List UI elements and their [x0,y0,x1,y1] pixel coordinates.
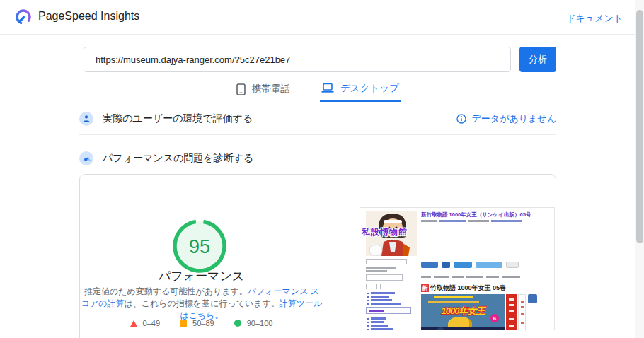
legend-range-average: 50–89 [192,319,214,327]
mini-link [367,296,389,298]
user-environment-icon [79,112,93,126]
legend-item-average: 50–89 [180,319,214,327]
mini-link [367,325,388,327]
performance-label: パフォーマンス [80,268,323,284]
legend-item-fail: 0–49 [130,319,160,327]
device-tabs: 携帯電話 デスクトップ [79,79,556,102]
page-scrollbar-track[interactable] [635,0,644,338]
cover-blue-square [528,294,537,303]
page-scrollbar-thumb[interactable] [636,10,643,243]
mini-link [367,292,395,294]
mini-search-box [366,274,403,281]
tab-desktop[interactable]: デスクトップ [320,79,401,102]
mini-divider [421,272,550,272]
analyze-button[interactable]: 分析 [519,47,556,72]
note-text-1: 推定値のため変動する可能性があります。 [84,286,248,296]
app-header: PageSpeed Insights ドキュメント [0,0,644,35]
mini-social-buttons [421,262,519,268]
section-divider [79,134,556,135]
pagespeed-logo-icon [14,8,33,26]
mini-text-line [366,267,396,269]
new-badge: 新 [421,284,429,292]
legend-item-pass: 90–100 [234,319,273,327]
performance-score-gauge[interactable]: 95 [173,219,226,273]
mini-tag-line [421,276,520,278]
orange-square-icon [180,320,187,327]
performance-score-value: 95 [189,236,210,257]
field-data-section: 実際のユーザーの環境で評価する データがありません [79,106,556,132]
mini-button [366,284,377,289]
diagnose-gauge-icon [79,151,93,165]
mini-post-title: 新 竹取物語 1000年女王 05巻 [421,284,506,293]
mini-divider [421,281,550,281]
cover-obi-strip [518,294,526,330]
performance-report-card: 95 パフォーマンス 推定値のため変動する可能性があります。パフォーマンス スコ… [79,174,556,338]
card-vertical-divider [323,243,323,301]
note-text-2: は、これらの指標を基に行っています。 [124,298,279,308]
green-circle-icon [234,320,241,327]
mini-link [367,321,384,323]
mini-text-line [366,270,387,272]
mini-link [367,299,392,301]
page-title: PageSpeed Insights [38,10,139,23]
mini-post-title-text: 竹取物語 1000年女王 05巻 [430,284,506,293]
lab-section-title: パフォーマンスの問題を診断する [103,152,253,165]
cover-earth [437,327,444,330]
site-screenshot-thumbnail: 私設博物館 新竹取物語 1000年女王（サンケイ出版）65号 [360,207,555,330]
cover-bottom-band [421,327,505,330]
tab-desktop-label: デスクトップ [340,82,399,95]
legend-range-fail: 0–49 [143,319,160,327]
mini-button [380,284,401,289]
info-icon [456,114,466,124]
mini-link [367,303,401,305]
lab-data-section: パフォーマンスの問題を診断する [79,146,556,171]
legend-range-pass: 90–100 [247,319,273,327]
mini-breadcrumb [421,220,522,222]
cover-art: 1000年女王 6 [421,294,505,330]
mini-link [367,317,386,320]
mini-link [367,328,393,330]
performance-note: 推定値のため変動する可能性があります。パフォーマンス スコアの計算は、これらの指… [80,286,323,322]
url-input[interactable] [84,47,511,72]
mini-list-header [366,307,411,314]
no-data-indicator[interactable]: データがありません [456,112,556,125]
site-logo-text: 私設博物館 [362,226,415,238]
no-data-label: データがありません [472,112,556,125]
documentation-link[interactable]: ドキュメント [566,12,623,25]
phone-icon [236,83,246,95]
field-section-title: 実際のユーザーの環境で評価する [103,112,253,125]
tab-mobile-label: 携帯電話 [252,83,290,95]
tab-mobile[interactable]: 携帯電話 [235,79,292,102]
mini-dropdown [366,259,407,264]
cover-spine [506,294,517,330]
desktop-icon [321,83,334,93]
mini-article-headline: 新竹取物語 1000年女王（サンケイ出版）65号 [421,211,553,218]
red-triangle-icon [130,320,137,327]
score-legend: 0–49 50–89 90–100 [80,319,323,327]
comic-cover-image: 1000年女王 6 [421,294,540,330]
cover-volume-badge: 6 [490,314,499,322]
pagespeed-insights-page: PageSpeed Insights ドキュメント 分析 携帯電話 デスクトップ [0,0,644,338]
